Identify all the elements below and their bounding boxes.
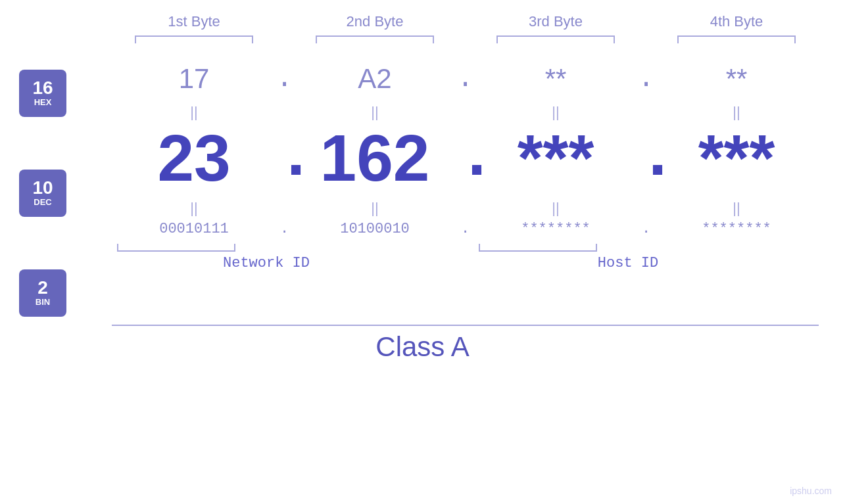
net-bracket-left bbox=[85, 244, 266, 252]
hex-dot3: . bbox=[638, 63, 654, 95]
class-bracket-line bbox=[112, 325, 819, 326]
host-bracket-left bbox=[447, 244, 628, 252]
dec-b2: 162 bbox=[320, 121, 430, 195]
hex-row: 17 . A2 . ** . ** bbox=[85, 63, 845, 95]
dec-dot3: . bbox=[638, 125, 654, 191]
dec-b1: 23 bbox=[157, 121, 230, 195]
dec-b4: *** bbox=[698, 121, 775, 195]
equals-row-1: || || || || bbox=[85, 104, 845, 121]
host-bracket-right bbox=[628, 244, 809, 252]
hex-b1: 17 bbox=[179, 63, 210, 94]
dec-row: 23 . 162 . *** . *** bbox=[85, 125, 845, 191]
bin-b2: 10100010 bbox=[340, 221, 410, 237]
dec-b3: *** bbox=[518, 121, 594, 195]
bin-badge: 2 BIN bbox=[19, 269, 66, 317]
dec-badge: 10 DEC bbox=[19, 170, 66, 217]
top-brackets bbox=[43, 35, 845, 43]
id-labels: Network ID Host ID bbox=[85, 255, 845, 271]
class-label: Class A bbox=[375, 331, 469, 363]
hex-badge-num: 16 bbox=[32, 79, 53, 97]
dec-dot2: . bbox=[457, 125, 473, 191]
main-content: 16 HEX 10 DEC 2 BIN 17 . A2 . ** . ** bbox=[0, 63, 845, 317]
bin-row: 00010111 . 10100010 . ******** . *******… bbox=[85, 221, 845, 237]
dec-badge-num: 10 bbox=[32, 179, 53, 197]
byte3-header: 3rd Byte bbox=[466, 13, 646, 30]
hex-b3: ** bbox=[545, 63, 567, 94]
byte-headers: 1st Byte 2nd Byte 3rd Byte 4th Byte bbox=[43, 13, 845, 30]
dec-dot1: . bbox=[276, 125, 293, 191]
badges-column: 16 HEX 10 DEC 2 BIN bbox=[0, 63, 85, 317]
hex-badge: 16 HEX bbox=[19, 70, 66, 117]
bin-b1: 00010111 bbox=[159, 221, 229, 237]
equals-row-2: || || || || bbox=[85, 200, 845, 217]
bin-dot2: . bbox=[457, 221, 473, 237]
bin-badge-num: 2 bbox=[37, 279, 48, 297]
hex-dot1: . bbox=[276, 63, 293, 95]
network-id-label: Network ID bbox=[85, 255, 447, 271]
net-bracket-right bbox=[266, 244, 447, 252]
watermark: ipshu.com bbox=[790, 486, 832, 496]
hex-badge-label: HEX bbox=[34, 97, 52, 108]
bin-badge-label: BIN bbox=[36, 297, 50, 308]
bin-b4: ******** bbox=[702, 221, 771, 237]
byte2-header: 2nd Byte bbox=[285, 13, 466, 30]
hex-dot2: . bbox=[457, 63, 473, 95]
host-id-label: Host ID bbox=[447, 255, 809, 271]
byte1-header: 1st Byte bbox=[104, 13, 285, 30]
bottom-brackets bbox=[85, 244, 845, 252]
bin-dot3: . bbox=[638, 221, 654, 237]
bin-dot1: . bbox=[276, 221, 293, 237]
hex-b4: ** bbox=[726, 63, 748, 94]
dec-badge-label: DEC bbox=[34, 197, 51, 208]
bin-b3: ******** bbox=[521, 221, 591, 237]
page-container: 1st Byte 2nd Byte 3rd Byte 4th Byte 16 H… bbox=[0, 0, 845, 504]
byte4-header: 4th Byte bbox=[646, 13, 827, 30]
data-grid: 17 . A2 . ** . ** || || || || 23 bbox=[85, 63, 845, 271]
hex-b2: A2 bbox=[358, 63, 391, 94]
